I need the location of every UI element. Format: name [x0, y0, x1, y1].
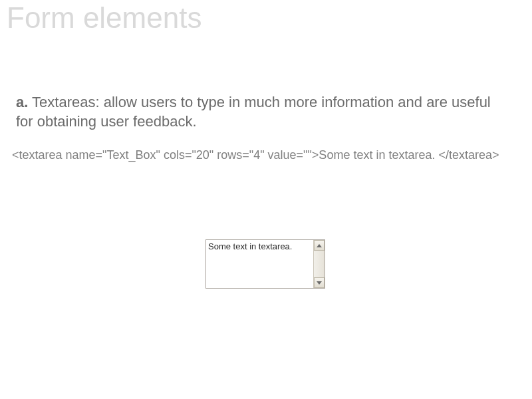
list-marker: a. — [16, 94, 28, 110]
chevron-down-icon — [317, 281, 322, 285]
slide: Form elements a. Textareas: allow users … — [0, 0, 532, 399]
page-title: Form elements — [7, 1, 201, 35]
chevron-up-icon — [317, 244, 322, 247]
textarea-scrollbar[interactable] — [313, 240, 325, 288]
textarea-example[interactable]: Some text in textarea. — [205, 239, 325, 289]
scroll-down-button[interactable] — [314, 277, 325, 288]
textarea-content[interactable]: Some text in textarea. — [206, 240, 313, 288]
body-text-content: Textareas: allow users to type in much m… — [16, 94, 491, 130]
code-snippet: <textarea name="Text_Box" cols="20" rows… — [12, 148, 504, 163]
body-paragraph: a. Textareas: allow users to type in muc… — [16, 93, 508, 131]
scroll-up-button[interactable] — [314, 240, 325, 251]
